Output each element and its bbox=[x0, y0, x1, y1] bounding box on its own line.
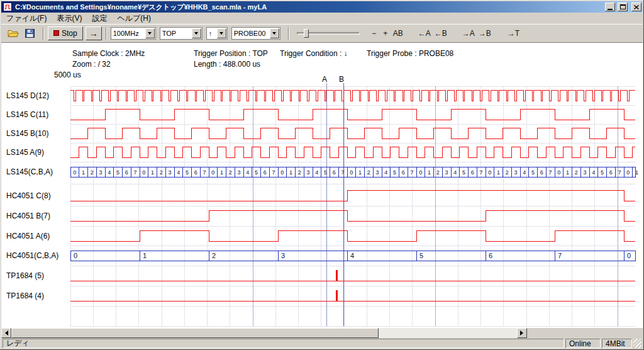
close-icon bbox=[634, 5, 639, 9]
title-bar[interactable]: C:¥Documents and Settings¥noname¥デスクトップ¥… bbox=[1, 1, 643, 13]
trigger-edge-value: ↑ bbox=[207, 30, 217, 37]
maximize-icon bbox=[620, 4, 626, 9]
stop-button[interactable]: Stop bbox=[48, 26, 83, 40]
bus-value: 5 bbox=[186, 169, 189, 176]
close-button[interactable] bbox=[631, 3, 641, 11]
waveform-canvas[interactable]: 0123456701234567012345670123456701234567… bbox=[1, 43, 643, 328]
bus-value: 2 bbox=[367, 169, 370, 176]
bus-value: 1 bbox=[151, 169, 154, 176]
scroll-left-button[interactable] bbox=[1, 328, 11, 338]
run-arrow-icon: → bbox=[89, 28, 98, 38]
bus-value: 0 bbox=[350, 169, 353, 176]
zoom-slider[interactable] bbox=[297, 27, 360, 40]
zoom-slider-thumb[interactable] bbox=[304, 29, 309, 38]
waveform-ls145-c bbox=[70, 109, 635, 120]
open-file-button[interactable] bbox=[6, 28, 20, 39]
dropdown-arrow-icon[interactable] bbox=[145, 28, 155, 38]
bus-value: 1 bbox=[428, 169, 431, 176]
bus-value: 5 bbox=[393, 169, 396, 176]
bus-value: 6 bbox=[489, 252, 492, 259]
cursor-b-label[interactable]: B bbox=[339, 75, 344, 84]
bus-value: 6 bbox=[333, 169, 336, 176]
channel-label-hc4051-b: HC4051 B(7) bbox=[6, 211, 50, 221]
waveform-hc4051-a bbox=[70, 230, 635, 241]
bus-value: 7 bbox=[134, 169, 137, 176]
run-button[interactable]: → bbox=[86, 26, 102, 40]
bus-value: 6 bbox=[402, 169, 405, 176]
zoom-ab-button[interactable]: AB bbox=[391, 27, 405, 40]
channel-label-hc4051-bus: HC4051(C,B,A) bbox=[6, 251, 58, 261]
bus-value: 6 bbox=[194, 169, 197, 176]
bus-value: 4 bbox=[108, 169, 111, 176]
resize-grip[interactable] bbox=[633, 339, 641, 348]
bus-value: 4 bbox=[315, 169, 318, 176]
bus-value: 2 bbox=[212, 252, 216, 259]
move-b-right-button[interactable]: →B bbox=[477, 27, 493, 40]
scroll-right-button[interactable] bbox=[517, 328, 527, 338]
bus-value: 4 bbox=[592, 169, 595, 176]
move-b-left-button[interactable]: ←B bbox=[433, 27, 449, 40]
channel-label-ls145-d: LS145 D(12) bbox=[6, 91, 49, 101]
scroll-left-icon bbox=[3, 330, 8, 336]
bus-value: 0 bbox=[557, 169, 560, 176]
sample-clock-info: Sample Clock : 2MHz bbox=[72, 49, 145, 58]
time-scale-label: 5000 us bbox=[54, 71, 81, 79]
waveform-ls145-a bbox=[70, 147, 635, 157]
trigger-position-info: Trigger Position : TOP bbox=[194, 49, 268, 58]
toolbar: Stop → 100MHz TOP ↑ PROBE00 −+AB←A←B→A→B… bbox=[1, 24, 643, 43]
zoom-out-button[interactable]: − bbox=[369, 27, 380, 40]
bus-value: 1 bbox=[497, 169, 500, 176]
bus-value: 7 bbox=[480, 169, 483, 176]
bus-value: 6 bbox=[125, 169, 128, 176]
dropdown-arrow-icon[interactable] bbox=[217, 28, 226, 38]
menu-file[interactable]: ファイル(F) bbox=[1, 13, 52, 25]
trigger-probe-info: Trigger Probe : PROBE08 bbox=[367, 49, 453, 58]
bus-value: 2 bbox=[298, 169, 301, 176]
open-folder-icon bbox=[8, 29, 19, 38]
channel-label-ls145-b: LS145 B(10) bbox=[6, 128, 48, 138]
move-a-right-button[interactable]: →A bbox=[460, 27, 477, 40]
horizontal-scrollbar[interactable] bbox=[1, 328, 527, 338]
menu-help[interactable]: ヘルプ(H) bbox=[112, 13, 156, 25]
bus-value: 7 bbox=[272, 169, 275, 176]
bus-value: 0 bbox=[488, 169, 491, 176]
bus-value: 1 bbox=[143, 252, 147, 259]
move-a-left-button[interactable]: ←A bbox=[416, 27, 433, 40]
trigger-position-select[interactable]: TOP bbox=[160, 27, 203, 40]
trigger-probe-select[interactable]: PROBE00 bbox=[231, 27, 280, 40]
menu-settings[interactable]: 設定 bbox=[87, 13, 112, 25]
sample-clock-select[interactable]: 100MHz bbox=[111, 27, 156, 40]
bus-value: 1 bbox=[82, 169, 85, 176]
channel-label-ls145-c: LS145 C(11) bbox=[6, 110, 48, 120]
zoom-info: Zoom : / 32 bbox=[72, 60, 111, 69]
bus-value: 4 bbox=[350, 252, 354, 259]
bus-value: 4 bbox=[177, 169, 180, 176]
bus-value: 4 bbox=[246, 169, 249, 176]
bus-value: 0 bbox=[626, 169, 630, 176]
toolbar-separator bbox=[43, 27, 44, 40]
bus-value: 1 bbox=[289, 169, 292, 176]
dropdown-arrow-icon[interactable] bbox=[270, 28, 279, 38]
bus-value: 1 bbox=[566, 169, 569, 176]
bus-value: 3 bbox=[281, 252, 285, 259]
goto-trigger-button[interactable]: →T bbox=[506, 27, 521, 40]
maximize-button[interactable] bbox=[618, 3, 628, 11]
scrollbar-thumb[interactable] bbox=[11, 328, 379, 338]
bus-value: 5 bbox=[531, 169, 535, 176]
bus-value: 0 bbox=[142, 169, 145, 176]
zoom-in-button[interactable]: + bbox=[380, 27, 391, 40]
trigger-edge-select[interactable]: ↑ bbox=[206, 27, 228, 40]
menu-view[interactable]: 表示(V) bbox=[52, 13, 87, 25]
minimize-button[interactable] bbox=[605, 3, 615, 11]
cursor-a-label[interactable]: A bbox=[322, 75, 327, 84]
bus-value: 2 bbox=[575, 169, 578, 176]
bus-value: 0 bbox=[419, 169, 422, 176]
trigger-condition-info: Trigger Condition : ↓ bbox=[280, 49, 348, 58]
channel-label-tp1684-5: TP1684 (5) bbox=[6, 271, 44, 281]
bus-value: 0 bbox=[74, 252, 77, 259]
channel-label-hc4051-c: HC4051 C(8) bbox=[6, 191, 51, 201]
waveform-hc4051-b bbox=[70, 210, 635, 221]
toolbar-separator bbox=[106, 27, 107, 40]
dropdown-arrow-icon[interactable] bbox=[192, 28, 201, 38]
save-file-button[interactable] bbox=[23, 28, 36, 39]
